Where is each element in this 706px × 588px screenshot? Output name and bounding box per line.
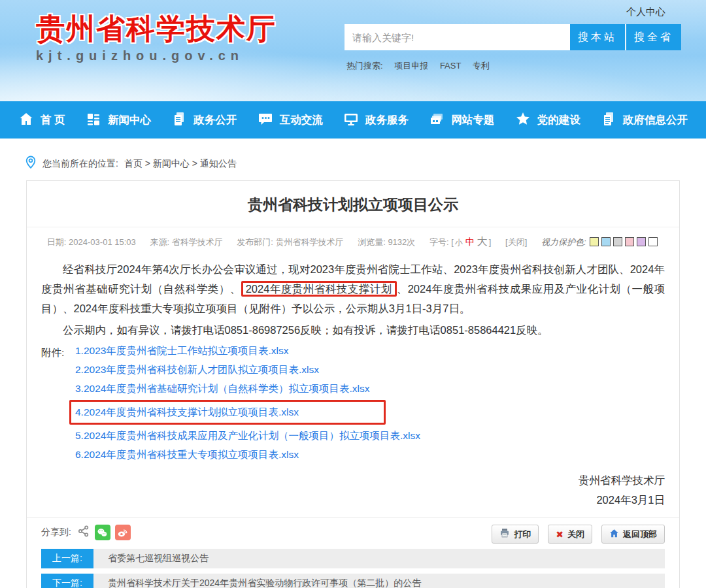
next-article-tag[interactable]: 下一篇: [41,574,93,588]
home-small-icon [609,529,619,540]
attachment-link[interactable]: 6.2024年度贵州省科技重大专项拟立项项目表.xlsx [75,449,299,460]
nav-item-gov-affairs[interactable]: 政务公开 [171,111,237,129]
highlighted-text: 2024年度贵州省科技支撑计划 [241,281,397,297]
site-header: 贵州省科学技术厅 kjt.guizhou.gov.cn 个人中心 搜本站 搜全省… [0,0,706,101]
meta-date: 日期: 2024-03-01 15:03 [47,237,139,247]
article-title: 贵州省科技计划拟立项项目公示 [27,195,679,215]
prev-article-tag[interactable]: 上一篇: [41,549,93,568]
tools-row: 分享到: 打印 ✖ 关闭 返回顶部 [27,517,679,547]
share-label: 分享到: [41,527,71,538]
nav-item-home[interactable]: 首 页 [18,111,65,129]
eye-color-swatch[interactable] [590,237,599,246]
next-article-row[interactable]: 下一篇: 贵州省科学技术厅关于2024年贵州省实验动物行政许可事项（第二批）的公… [41,574,665,588]
nav-label: 互动交流 [280,113,323,127]
eye-color-swatch[interactable] [613,237,622,246]
nav-item-topics[interactable]: 网站专题 [429,111,494,129]
article-panel: 贵州省科技计划拟立项项目公示 日期: 2024-03-01 15:03 来源: … [26,180,680,588]
personal-center-link[interactable]: 个人中心 [626,6,665,18]
nav-label: 政务公开 [193,113,237,127]
nav-item-party[interactable]: 党的建设 [515,111,580,129]
nav-label: 政务服务 [365,113,409,127]
share-icon[interactable] [77,525,90,540]
eye-protect-label: 视力保护色: [541,237,586,247]
nav-item-services[interactable]: 政务服务 [343,111,409,129]
nav-label: 政府信息公开 [623,113,688,127]
article-paragraph-2: 公示期内，如有异议，请拨打电话0851-86987256反映；如有投诉，请拨打电… [41,320,665,340]
close-x-icon: ✖ [556,530,563,539]
attachment-link-row: 3.2024年度贵州省基础研究计划（自然科学类）拟立项项目表.xlsx [75,380,665,398]
nav-item-interaction[interactable]: 互动交流 [258,111,323,129]
site-url: kjt.guizhou.gov.cn [36,48,277,63]
search-bar: 搜本站 搜全省 [345,24,681,50]
nav-item-info-disclosure[interactable]: 政府信息公开 [601,111,688,129]
document-lines-icon [601,111,616,129]
print-button[interactable]: 打印 [492,525,539,544]
attachment-link-row: 5.2024年度贵州省科技成果应用及产业化计划（一般项目）拟立项项目表.xlsx [75,427,665,445]
eye-protect-control: 视力保护色: [541,237,659,247]
nav-item-news[interactable]: 新闻中心 [86,111,151,129]
breadcrumb-label: 您当前所在的位置: [42,158,118,170]
weibo-share-icon[interactable] [115,525,131,540]
next-article-title[interactable]: 贵州省科学技术厅关于2024年贵州省实验动物行政许可事项（第二批）的公告 [108,578,421,588]
attachment-link[interactable]: 2.2023年度贵州省科技创新人才团队拟立项项目表.xlsx [75,364,319,375]
hot-search-item[interactable]: FAST [440,61,462,71]
hot-search-item[interactable]: 专利 [473,61,490,71]
monitor-icon [343,111,359,129]
attachment-link-row: 2.2023年度贵州省科技创新人才团队拟立项项目表.xlsx [75,361,665,379]
attachments-label: 附件: [41,344,64,362]
breadcrumb-path[interactable]: 首页 > 新闻中心 > 通知公告 [124,158,237,170]
attachment-link[interactable]: 1.2023年度贵州省院士工作站拟立项项目表.xlsx [75,345,288,356]
breadcrumb: 您当前所在的位置: 首页 > 新闻中心 > 通知公告 [25,155,706,172]
attachment-link[interactable]: 4.2024年度贵州省科技支撑计划拟立项项目表.xlsx [75,406,299,417]
attachment-link-row: 6.2024年度贵州省科技重大专项拟立项项目表.xlsx [75,446,665,464]
eye-color-swatch[interactable] [625,237,634,246]
meta-department: 发布部门: 贵州省科学技术厅 [237,237,346,247]
wechat-share-icon[interactable] [95,525,110,540]
meta-source: 来源: 省科学技术厅 [150,237,225,247]
printer-icon [499,528,510,540]
hot-search-item[interactable]: 项目申报 [394,61,428,71]
nav-label: 网站专题 [451,113,494,127]
prev-article-row[interactable]: 上一篇: 省委第七巡视组巡视公告 [41,549,665,568]
star-icon [515,111,531,129]
attachments: 附件: 1.2023年度贵州省院士工作站拟立项项目表.xlsx 2.2023年度… [41,342,665,464]
back-to-top-button[interactable]: 返回顶部 [601,525,665,544]
font-large-button[interactable]: 大 [477,236,488,247]
signature-org: 贵州省科学技术厅 [41,470,665,490]
search-input[interactable] [345,24,570,50]
font-size-control: 字号: [小中大] [429,237,494,247]
site-logo: 贵州省科学技术厅 kjt.guizhou.gov.cn [36,13,277,63]
close-article-button[interactable]: [关闭] [505,237,527,247]
home-icon [18,111,34,129]
main-nav: 首 页 新闻中心 政务公开 互动交流 政务服务 网站专题 党的建设 政府信息公开 [0,101,706,139]
grid-icon [86,111,101,129]
font-medium-button[interactable]: 中 [465,237,475,247]
search-province-button[interactable]: 搜全省 [626,24,681,50]
attachment-link-row-highlighted: 4.2024年度贵州省科技支撑计划拟立项项目表.xlsx [69,400,665,425]
share-group: 分享到: [41,525,131,540]
signature: 贵州省科学技术厅 2024年3月1日 [41,470,665,510]
article-pager: 上一篇: 省委第七巡视组巡视公告 下一篇: 贵州省科学技术厅关于2024年贵州省… [41,549,665,588]
nav-label: 新闻中心 [108,113,151,127]
attachment-link[interactable]: 3.2024年度贵州省基础研究计划（自然科学类）拟立项项目表.xlsx [75,383,369,394]
hot-search-label: 热门搜索: [346,61,383,71]
article-meta: 日期: 2024-03-01 15:03 来源: 省科学技术厅 发布部门: 贵州… [27,227,679,255]
search-site-button[interactable]: 搜本站 [570,24,625,50]
document-icon [171,111,187,129]
action-buttons: 打印 ✖ 关闭 返回顶部 [492,525,665,544]
attachment-link[interactable]: 5.2024年度贵州省科技成果应用及产业化计划（一般项目）拟立项项目表.xlsx [75,430,420,441]
prev-article-title[interactable]: 省委第七巡视组巡视公告 [108,553,209,564]
nav-label: 首 页 [41,113,65,127]
chat-icon [258,111,273,129]
eye-color-swatch[interactable] [637,237,646,246]
meta-views: 浏览量: 9132次 [358,237,418,247]
eye-color-swatch[interactable] [648,237,658,246]
font-small-button[interactable]: 小 [455,238,463,247]
folders-icon [429,111,445,129]
signature-date: 2024年3月1日 [41,490,665,510]
close-button[interactable]: ✖ 关闭 [548,525,592,544]
nav-label: 党的建设 [537,113,580,127]
site-title: 贵州省科学技术厅 [36,13,277,44]
attachment-link-row: 1.2023年度贵州省院士工作站拟立项项目表.xlsx [75,342,665,360]
eye-color-swatch[interactable] [601,237,611,246]
